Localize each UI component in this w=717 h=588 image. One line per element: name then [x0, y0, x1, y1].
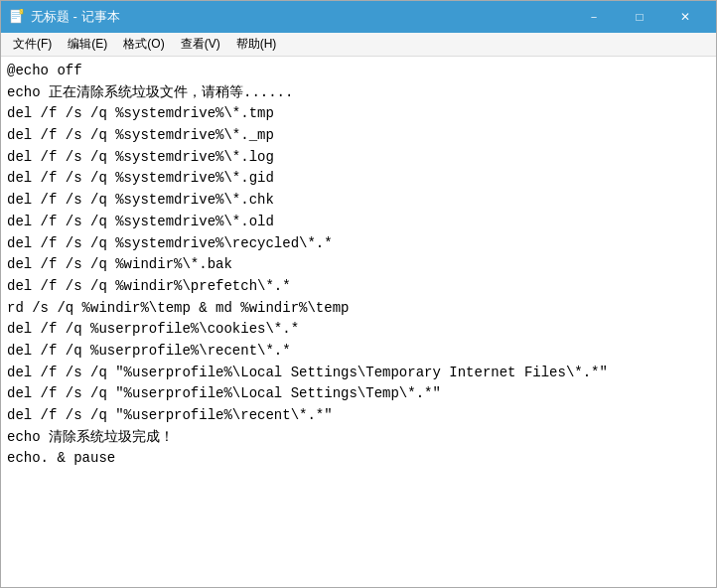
menu-item[interactable]: 帮助(H) — [228, 34, 285, 55]
svg-rect-4 — [12, 18, 17, 19]
code-text: @echo off echo 正在清除系统垃圾文件，请稍等...... del … — [7, 61, 710, 470]
maximize-button[interactable]: □ — [617, 1, 662, 33]
close-button[interactable]: ✕ — [662, 1, 708, 33]
window-title: 无标题 - 记事本 — [31, 8, 120, 26]
title-bar: 无标题 - 记事本 － □ ✕ — [1, 1, 716, 33]
menu-bar: 文件(F)编辑(E)格式(O)查看(V)帮助(H) — [1, 33, 716, 57]
content-area[interactable]: @echo off echo 正在清除系统垃圾文件，请稍等...... del … — [1, 57, 716, 587]
menu-item[interactable]: 查看(V) — [173, 34, 228, 55]
svg-rect-1 — [12, 12, 20, 13]
svg-rect-3 — [12, 16, 20, 17]
notepad-window: 无标题 - 记事本 － □ ✕ 文件(F)编辑(E)格式(O)查看(V)帮助(H… — [0, 0, 717, 588]
svg-rect-2 — [12, 14, 20, 15]
menu-item[interactable]: 格式(O) — [115, 34, 172, 55]
notepad-icon — [9, 9, 25, 25]
menu-item[interactable]: 编辑(E) — [60, 34, 115, 55]
title-bar-left: 无标题 - 记事本 — [9, 8, 120, 26]
minimize-button[interactable]: － — [571, 1, 617, 33]
menu-item[interactable]: 文件(F) — [5, 34, 60, 55]
title-bar-buttons: － □ ✕ — [571, 1, 708, 33]
